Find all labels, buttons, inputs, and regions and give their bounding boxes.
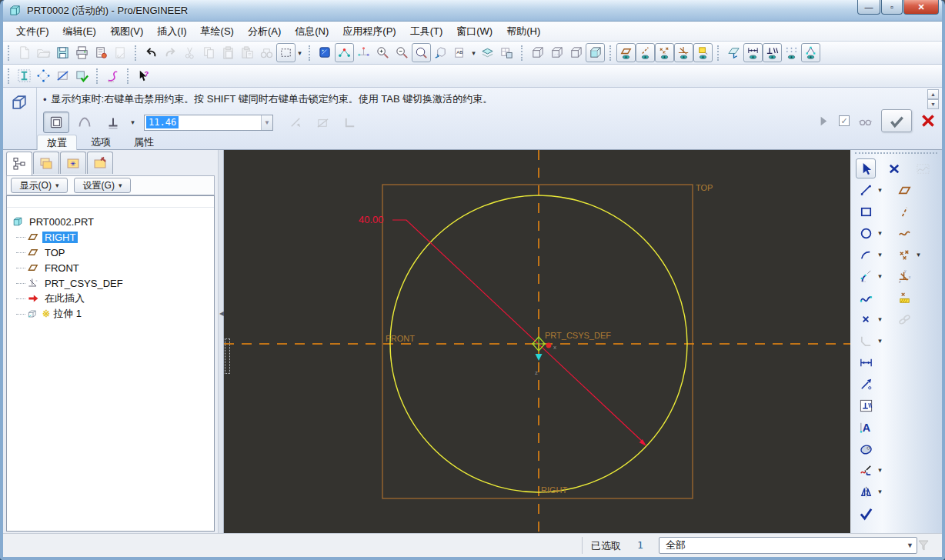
datum-csys-tool-button[interactable]: yzx xyxy=(894,266,914,286)
spin-center-button[interactable] xyxy=(335,43,354,62)
toolbar-grip[interactable] xyxy=(521,45,525,61)
dim-display-button[interactable] xyxy=(743,43,763,62)
trim-tool-button[interactable] xyxy=(856,460,876,480)
front-plane-label[interactable]: FRONT xyxy=(386,334,415,343)
tree-item-PRT_CSYS_DEF[interactable]: xPRT_CSYS_DEF xyxy=(7,275,214,291)
shaded-button[interactable] xyxy=(586,43,605,62)
curve-wave-button[interactable] xyxy=(913,158,933,178)
grid-diamond-button[interactable] xyxy=(34,66,53,85)
hidden-line-button[interactable] xyxy=(547,43,566,62)
dashboard-tab-放置[interactable]: 放置 xyxy=(37,135,77,150)
datum-point-tool-button[interactable] xyxy=(894,245,914,265)
menu-item[interactable]: 文件(F) xyxy=(9,22,56,41)
navigator-tab-favorites[interactable]: ✳ xyxy=(60,152,86,174)
close-button[interactable]: ✕ xyxy=(903,0,939,15)
print-button[interactable] xyxy=(72,43,92,62)
send-mail-button[interactable] xyxy=(111,43,130,62)
zoom-out-button[interactable] xyxy=(392,43,412,62)
menu-item[interactable]: 窗口(W) xyxy=(449,22,499,41)
top-plane-label[interactable]: TOP xyxy=(696,183,713,192)
fillet-tool-button[interactable] xyxy=(856,266,876,286)
verify-glasses-button[interactable] xyxy=(856,112,875,131)
save-button[interactable] xyxy=(53,43,72,62)
graphics-canvas[interactable]: 40.00TOPFRONTRIGHTPRT_CSYS_DEFxz xyxy=(224,150,850,536)
text-tool-button[interactable]: A xyxy=(856,417,876,437)
tree-item-拉伸 1[interactable]: ※拉伸 1 xyxy=(7,306,214,322)
context-help-button[interactable]: ? xyxy=(134,66,153,85)
constraint-display-button[interactable] xyxy=(763,43,782,62)
datum-curve-tool-button[interactable] xyxy=(894,223,914,243)
saved-views-button[interactable]: AB xyxy=(450,43,469,62)
selection-filter-dropdown[interactable]: 全部 ▼ xyxy=(659,537,917,554)
grid-display-button[interactable] xyxy=(782,43,801,62)
message-scroll-down[interactable]: ▼ xyxy=(927,99,939,109)
tree-item-FRONT[interactable]: FRONT xyxy=(7,260,214,275)
filter-dropdown-arrow[interactable]: ▼ xyxy=(903,538,917,553)
arc-tool-button[interactable] xyxy=(856,245,876,265)
navigator-tab-folder-browser[interactable] xyxy=(33,152,59,174)
point-display-button[interactable] xyxy=(655,43,674,62)
point-tool-dropdown[interactable]: ▾ xyxy=(876,315,884,323)
chamfer-tool-dropdown[interactable]: ▾ xyxy=(876,337,884,345)
menu-item[interactable]: 帮助(H) xyxy=(499,22,547,41)
paste-button[interactable] xyxy=(219,43,238,62)
line-tool-button[interactable] xyxy=(856,180,876,200)
point-hatch-tool-button[interactable] xyxy=(894,288,914,308)
circle-tool-dropdown[interactable]: ▾ xyxy=(876,229,884,237)
spline-tool-button[interactable] xyxy=(856,288,876,308)
fillet-tool-dropdown[interactable]: ▾ xyxy=(876,272,884,280)
toolbar-grip[interactable] xyxy=(8,45,12,61)
done-check-button[interactable] xyxy=(856,503,876,523)
menu-item[interactable]: 信息(N) xyxy=(288,22,336,41)
depth-dropdown-arrow[interactable]: ▼ xyxy=(261,115,272,130)
trim-tool-dropdown[interactable]: ▾ xyxy=(876,466,884,474)
toolbar-grip[interactable] xyxy=(309,45,312,61)
point-tool-button[interactable] xyxy=(856,309,876,329)
preview-checkbox[interactable]: ✓ xyxy=(839,115,850,126)
constraint-tool-button[interactable] xyxy=(856,395,876,415)
thicken-button[interactable] xyxy=(340,113,359,132)
tree-item-在此插入[interactable]: 在此插入 xyxy=(7,291,214,306)
modify-tool-button[interactable] xyxy=(856,374,876,394)
redo-button[interactable] xyxy=(161,43,180,62)
circle-tool-button[interactable] xyxy=(856,223,876,243)
print-setup-button[interactable] xyxy=(92,43,111,62)
surface-type-button[interactable] xyxy=(72,112,98,133)
chamfer-tool-button[interactable] xyxy=(856,331,876,351)
tree-item-TOP[interactable]: TOP xyxy=(7,245,214,260)
select-box-button[interactable] xyxy=(276,43,296,62)
copy-button[interactable] xyxy=(199,43,219,62)
tree-item-RIGHT[interactable]: RIGHT xyxy=(7,229,214,245)
menu-item[interactable]: 分析(A) xyxy=(241,22,288,41)
datum-axis-tool-button[interactable] xyxy=(894,202,914,222)
open-folder-button[interactable] xyxy=(34,43,53,62)
rect-tool-button[interactable] xyxy=(856,202,876,222)
depth-value-combo[interactable]: 11.46▼ xyxy=(144,115,273,131)
cancel-feature-button[interactable] xyxy=(918,112,937,131)
canvas-sash-handle[interactable] xyxy=(225,338,230,374)
menu-item[interactable]: 工具(T) xyxy=(403,22,450,41)
menu-item[interactable]: 插入(I) xyxy=(150,22,193,41)
navigator-tab-connections[interactable] xyxy=(87,152,113,174)
vertex-display-button[interactable] xyxy=(801,43,820,62)
panel-splitter[interactable]: ◀ xyxy=(218,150,224,536)
select-arrow-button[interactable] xyxy=(856,158,876,178)
datum-plane-tool-button[interactable] xyxy=(894,180,914,200)
dashboard-tab-属性[interactable]: 属性 xyxy=(125,135,163,150)
depth-blind-button[interactable] xyxy=(100,112,126,133)
dimension-tool-button[interactable] xyxy=(856,352,876,372)
menu-item[interactable]: 视图(V) xyxy=(103,22,150,41)
toolbar-grip[interactable] xyxy=(717,45,721,61)
toolbar-grip[interactable] xyxy=(135,45,139,61)
paste-special-button[interactable] xyxy=(238,43,257,62)
cut-button[interactable] xyxy=(180,43,199,62)
message-scroll-up[interactable]: ▲ xyxy=(927,89,939,99)
no-clip-button[interactable] xyxy=(53,66,72,85)
tree-item-PRT0002.PRT[interactable]: PRT0002.PRT xyxy=(7,214,214,229)
spray-curve-button[interactable] xyxy=(103,66,122,85)
layers-button[interactable] xyxy=(478,43,497,62)
saved-views-dropdown[interactable]: ▾ xyxy=(469,49,478,57)
grid-ok-button[interactable] xyxy=(72,66,92,85)
minimize-button[interactable]: — xyxy=(857,0,880,15)
close-x-button[interactable] xyxy=(884,158,904,178)
